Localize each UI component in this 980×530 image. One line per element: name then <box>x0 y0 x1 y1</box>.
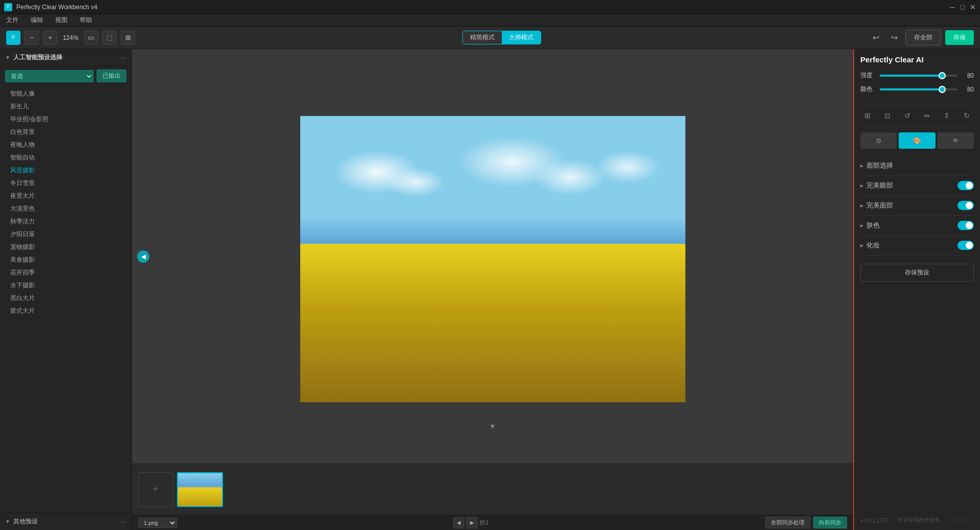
watermark-text: 素材之库 <box>953 517 974 524</box>
face-toggle[interactable] <box>957 201 974 210</box>
save-all-button[interactable]: 存全部 <box>905 30 941 45</box>
canvas-area: ◀ ▼ + 1.png ◀ ▶ 的1 全部同步处理 向前同步 <box>132 49 853 530</box>
redo-button[interactable]: ↪ <box>887 31 901 45</box>
tab-view[interactable]: 👁 <box>938 132 974 149</box>
panel-tab-row: ⚙ 🎨 👁 <box>860 132 974 149</box>
strength-value: 80 <box>962 72 974 79</box>
zoom-minus-button[interactable]: − <box>25 31 39 45</box>
page-info: 的1 <box>480 519 488 526</box>
face-select-section[interactable]: ▶ 面部选择 <box>860 156 974 176</box>
tab-adjustments[interactable]: ⚙ <box>860 132 897 149</box>
bottom-arrow-icon[interactable]: ▼ <box>489 422 496 430</box>
eye-section[interactable]: ▶ 完美眼部 <box>860 176 974 196</box>
more-options-icon[interactable]: ··· <box>120 54 126 62</box>
batch-process-button[interactable]: 全部同步处理 <box>765 517 810 528</box>
face-label: ▶ 完美面部 <box>860 201 893 210</box>
preset-item[interactable]: 夜景大片 <box>0 190 131 202</box>
mode-group: 精简模式 大师模式 <box>462 31 541 44</box>
strength-slider-row: 强度 80 <box>860 71 974 80</box>
color-value: 80 <box>962 86 974 93</box>
film-thumbnail[interactable] <box>177 472 223 507</box>
preset-item[interactable]: 新生儿 <box>0 100 131 113</box>
makeup-section[interactable]: ▶ 化妆 <box>860 236 974 256</box>
export-button[interactable]: 已输出 <box>97 70 126 82</box>
preset-item[interactable]: 智能人像 <box>0 87 131 100</box>
view-single-button[interactable]: ▭ <box>84 31 98 45</box>
sync-forward-button[interactable]: 向前同步 <box>813 517 847 528</box>
menu-view[interactable]: 视图 <box>53 15 70 26</box>
strength-slider[interactable] <box>880 75 957 77</box>
save-preset-button[interactable]: 存保预设 <box>860 264 974 282</box>
close-button[interactable]: ✕ <box>970 4 976 10</box>
preset-item[interactable]: 大漠景色 <box>0 202 131 215</box>
master-mode-button[interactable]: 大师模式 <box>502 31 541 44</box>
skin-label: ▶ 肤色 <box>860 221 880 230</box>
preset-item[interactable]: 毕业照/会影照 <box>0 113 131 126</box>
restore-button[interactable]: □ <box>960 4 966 10</box>
preset-item[interactable]: 夕阳日落 <box>0 228 131 241</box>
preset-item[interactable]: 花开四季 <box>0 266 131 279</box>
preset-item[interactable]: 秋季活力 <box>0 215 131 228</box>
left-sidebar: ▼ 人工智能预设选择 ··· 首选 已输出 智能人像新生儿毕业照/会影照白色背景… <box>0 49 132 530</box>
refresh-icon[interactable]: ↻ <box>960 108 974 123</box>
menu-edit[interactable]: 编辑 <box>29 15 45 26</box>
preset-item[interactable]: 胶式大片 <box>0 305 131 317</box>
makeup-label: ▶ 化妆 <box>860 241 880 250</box>
flip-h-icon[interactable]: ⇔ <box>920 108 934 123</box>
left-arrow-button[interactable]: ◀ <box>137 250 149 263</box>
adjust-icon[interactable]: ⊞ <box>860 108 875 123</box>
preset-dropdown[interactable]: 首选 <box>5 70 94 82</box>
collapse-arrow-icon[interactable]: ▼ <box>5 55 10 60</box>
face-select-arrow-icon: ▶ <box>860 164 863 168</box>
nav-prev-button[interactable]: ◀ <box>453 517 464 528</box>
strength-label: 强度 <box>860 71 876 80</box>
preset-item[interactable]: 智能自动 <box>0 151 131 164</box>
preset-item[interactable]: 风景摄影 <box>0 164 131 177</box>
window-title: Perfectly Clear Workbench v4 <box>16 4 98 11</box>
add-photo-button[interactable]: + <box>138 472 173 507</box>
skin-arrow-icon: ▶ <box>860 223 863 228</box>
other-presets-arrow-icon[interactable]: ▼ <box>5 519 10 524</box>
undo-button[interactable]: ↩ <box>868 31 883 45</box>
logo-button[interactable]: P <box>6 31 20 45</box>
filename-select[interactable]: 1.png <box>138 518 177 528</box>
skin-toggle[interactable] <box>957 221 974 230</box>
view-grid-button[interactable]: ⊞ <box>121 31 135 45</box>
tool-icons-row: ⊞ ⊡ ↺ ⇔ ⇕ ↻ <box>860 105 974 126</box>
rotate-icon[interactable]: ↺ <box>900 108 915 123</box>
version-number: v.4.6.1.2707 <box>860 518 888 523</box>
view-split-button[interactable]: ⬚ <box>102 31 117 45</box>
other-presets-more-icon[interactable]: ··· <box>120 518 126 526</box>
other-presets-label: ▼ 其他预设 <box>5 517 38 526</box>
zoom-plus-button[interactable]: + <box>43 31 57 45</box>
preset-item[interactable]: 黑白大片 <box>0 292 131 305</box>
flip-v-icon[interactable]: ⇕ <box>940 108 954 123</box>
skin-section[interactable]: ▶ 肤色 <box>860 216 974 236</box>
right-panel: Perfectly Clear AI 强度 80 颜色 80 ⊞ ⊡ ↺ ⇔ <box>853 49 980 530</box>
preset-select-row: 首选 已输出 <box>0 66 131 85</box>
face-section[interactable]: ▶ 完美面部 <box>860 196 974 216</box>
filmstrip: + <box>132 464 853 515</box>
eye-label: ▶ 完美眼部 <box>860 181 893 190</box>
menu-file[interactable]: 文件 <box>4 15 20 26</box>
preset-item[interactable]: 美食摄影 <box>0 254 131 266</box>
tab-ai[interactable]: 🎨 <box>899 132 935 149</box>
makeup-toggle[interactable] <box>957 241 974 250</box>
preset-item[interactable]: 冬日雪景 <box>0 177 131 190</box>
crop-icon[interactable]: ⊡ <box>880 108 895 123</box>
preset-item[interactable]: 水下摄影 <box>0 279 131 292</box>
menu-help[interactable]: 帮助 <box>78 15 94 26</box>
simple-mode-button[interactable]: 精简模式 <box>463 31 502 44</box>
preset-item[interactable]: 白色背景 <box>0 126 131 139</box>
eye-toggle[interactable] <box>957 181 974 190</box>
toolbar: P − + 124% ▭ ⬚ ⊞ 精简模式 大师模式 ↩ ↪ 存全部 存保 <box>0 27 980 49</box>
preset-item[interactable]: 夜晚人物 <box>0 139 131 151</box>
nav-controls: ◀ ▶ 的1 <box>453 517 488 528</box>
ai-preset-header: ▼ 人工智能预设选择 ··· <box>0 49 131 66</box>
color-slider[interactable] <box>880 88 957 90</box>
preset-item[interactable]: 宠物摄影 <box>0 241 131 254</box>
nav-next-button[interactable]: ▶ <box>466 517 478 528</box>
save-button[interactable]: 存保 <box>945 30 974 45</box>
minimize-button[interactable]: ─ <box>949 4 955 10</box>
open-app-manager-button[interactable]: 打开应用程序管理... <box>898 517 943 524</box>
